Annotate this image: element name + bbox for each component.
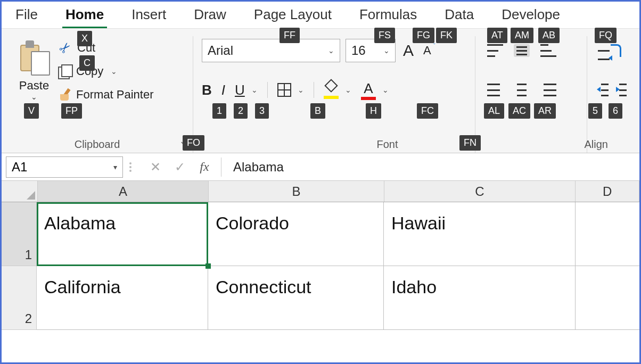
tab-home[interactable]: Home — [62, 2, 107, 28]
row-headers: 1 2 — [2, 202, 37, 330]
align-left-button[interactable] — [487, 84, 503, 96]
font-color-swatch — [361, 97, 376, 100]
cell-c1[interactable]: Hawaii — [384, 202, 576, 266]
wrap-text-button[interactable] — [598, 41, 619, 60]
chevron-down-icon[interactable]: ⌄ — [298, 86, 304, 94]
keytip-copy: C — [79, 55, 95, 71]
chevron-down-icon[interactable]: ⌄ — [382, 86, 389, 94]
italic-button[interactable]: I — [221, 82, 225, 98]
group-alignment: Align — [475, 36, 587, 153]
row-header-1[interactable]: 1 — [2, 202, 37, 266]
increase-font-size-button[interactable]: Aˆ — [401, 42, 416, 60]
keytip-align-top: AT — [487, 28, 507, 43]
underline-button[interactable]: U⌄ — [235, 82, 258, 98]
cells-area: Alabama Colorado Hawaii California Conne… — [37, 202, 639, 330]
ribbon: Paste ⌄ ✂ Cut Copy ⌄ Format Painter Clip… — [2, 28, 639, 153]
font-name-value: Arial — [208, 43, 233, 58]
tab-formulas[interactable]: Formulas — [356, 2, 420, 28]
chevron-down-icon[interactable]: ⌄ — [111, 67, 117, 76]
formula-bar-content[interactable]: Alabama — [226, 160, 284, 175]
keytip-font-color: FC — [417, 103, 438, 119]
align-center-button[interactable] — [514, 84, 530, 96]
cell-a2[interactable]: California — [37, 266, 208, 330]
tab-developer[interactable]: Develope — [498, 2, 563, 28]
chevron-down-icon[interactable]: ⌄ — [383, 46, 390, 55]
copy-button[interactable]: Copy ⌄ — [58, 62, 154, 81]
fill-color-button[interactable]: ⌄ — [324, 81, 351, 99]
column-header-c[interactable]: C — [384, 181, 576, 202]
cell-b1[interactable]: Colorado — [208, 202, 384, 266]
align-middle-button[interactable] — [514, 44, 530, 57]
paste-button[interactable]: Paste — [19, 79, 49, 93]
keytip-font-size: FS — [374, 28, 395, 43]
font-name-combo[interactable]: Arial ⌄ — [202, 39, 340, 62]
paste-icon[interactable] — [18, 39, 50, 77]
formula-bar: A1 ▾ ✕ ✓ fx Alabama — [2, 153, 639, 181]
group-indent-wrap — [587, 36, 635, 153]
brush-icon — [58, 88, 72, 102]
group-font: Arial ⌄ 16 ⌄ Aˆ Aˇ B I U⌄ ⌄ ⌄ — [193, 36, 475, 153]
tab-draw[interactable]: Draw — [191, 2, 229, 28]
cell-d1[interactable] — [576, 202, 639, 266]
decrease-indent-button[interactable] — [598, 84, 609, 96]
bold-button[interactable]: B — [202, 82, 212, 98]
scissors-icon: ✂ — [54, 37, 77, 59]
tab-insert[interactable]: Insert — [128, 2, 169, 28]
format-painter-button[interactable]: Format Painter — [58, 85, 154, 104]
keytip-wrap-text: FQ — [595, 28, 617, 43]
cell-c2[interactable]: Idaho — [384, 266, 576, 330]
tab-page-layout[interactable]: Page Layout — [251, 2, 335, 28]
chevron-down-icon[interactable]: ⌄ — [251, 86, 258, 94]
chevron-down-icon[interactable]: ▾ — [113, 163, 117, 171]
keytip-shrink-font: FK — [436, 28, 457, 43]
chevron-down-icon[interactable]: ⌄ — [328, 46, 334, 55]
border-icon — [277, 83, 291, 97]
column-header-b[interactable]: B — [209, 181, 384, 202]
cell-d2[interactable] — [576, 266, 639, 330]
ribbon-tabs: File Home Insert Draw Page Layout Formul… — [2, 2, 639, 28]
borders-button[interactable]: ⌄ — [277, 83, 304, 97]
keytip-paste: V — [24, 103, 39, 119]
cut-button[interactable]: ✂ Cut — [58, 38, 154, 57]
fill-color-swatch — [324, 96, 339, 99]
underline-label: U — [235, 82, 245, 98]
font-size-value: 16 — [351, 43, 366, 58]
keytip-bold: 1 — [212, 103, 226, 119]
group-label-font: Font — [300, 138, 475, 151]
align-bottom-button[interactable] — [540, 44, 556, 57]
group-label-clipboard: Clipboard — [2, 138, 193, 151]
fill-handle[interactable] — [206, 263, 211, 269]
decrease-font-size-button[interactable]: Aˇ — [421, 44, 433, 57]
column-headers: A B C D — [2, 181, 639, 202]
keytip-grow-font: FG — [413, 28, 434, 43]
font-color-button[interactable]: A ⌄ — [361, 80, 389, 100]
keytip-align-center: AC — [508, 103, 530, 119]
tab-data[interactable]: Data — [441, 2, 477, 28]
tab-file[interactable]: File — [12, 2, 41, 28]
align-right-button[interactable] — [540, 84, 556, 96]
bucket-icon — [324, 81, 338, 95]
column-header-a[interactable]: A — [38, 181, 209, 202]
select-all-corner[interactable] — [2, 181, 38, 202]
keytip-format-painter: FP — [61, 103, 82, 119]
keytip-align-bottom: AB — [538, 28, 560, 43]
column-header-d[interactable]: D — [576, 181, 639, 202]
paste-dropdown[interactable]: ⌄ — [31, 93, 37, 101]
align-top-button[interactable] — [487, 44, 503, 57]
chevron-down-icon[interactable]: ⌄ — [345, 86, 351, 94]
keytip-increase-indent: 6 — [609, 103, 622, 119]
increase-indent-button[interactable] — [616, 84, 627, 96]
cell-b2[interactable]: Connecticut — [208, 266, 384, 330]
enter-formula-button[interactable]: ✓ — [168, 160, 192, 175]
group-clipboard: Paste ⌄ ✂ Cut Copy ⌄ Format Painter Clip… — [2, 36, 193, 153]
name-box[interactable]: A1 ▾ — [6, 156, 123, 178]
insert-function-button[interactable]: fx — [192, 160, 217, 174]
cell-a1[interactable]: Alabama — [37, 202, 208, 266]
name-box-value: A1 — [12, 160, 27, 175]
cancel-formula-button[interactable]: ✕ — [143, 160, 168, 175]
formula-bar-separator — [129, 156, 137, 178]
row-header-2[interactable]: 2 — [2, 266, 37, 330]
keytip-align-left: AL — [484, 103, 504, 119]
keytip-italic: 2 — [234, 103, 248, 119]
keytip-fill: H — [366, 103, 381, 119]
